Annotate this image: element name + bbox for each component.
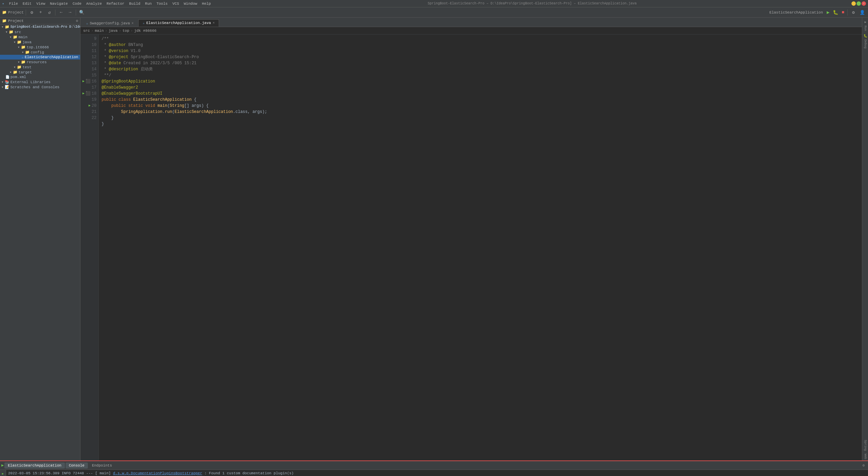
bc-part-top[interactable]: top (122, 29, 129, 33)
toolbar-btn-redo[interactable]: → (66, 9, 74, 16)
toolbar: 📁 Project ⚙ + ↺ ← → 🔍 ElasticSearchAppli… (0, 7, 868, 18)
menu-edit[interactable]: Edit (21, 1, 33, 6)
menu-build[interactable]: Build (127, 1, 142, 6)
folder-icon: 📁 (5, 25, 9, 29)
toolbar-btn-run[interactable]: ▶ (827, 9, 829, 15)
toolbar-sep-1 (26, 9, 26, 16)
tree-item-main[interactable]: ▾ 📁 main (0, 34, 80, 40)
right-icon-2[interactable]: 🐛 Debug (864, 32, 867, 50)
menu-view[interactable]: View (34, 1, 47, 6)
tree-item-resources[interactable]: ▾ 📁 resources (0, 60, 80, 65)
right-icon-4[interactable]: Web (864, 452, 867, 460)
menu-file[interactable]: File (7, 1, 20, 6)
code-content[interactable]: /** * @author BNTang * @version V1.0 * @… (99, 34, 862, 460)
tree-item-external[interactable]: ▾ 📚 External Libraries (0, 79, 80, 85)
toolbar-btn-profile[interactable]: 👤 (859, 9, 866, 16)
tab-console[interactable]: Console (66, 462, 88, 469)
menu-analyze[interactable]: Analyze (84, 1, 104, 6)
bc-part-src[interactable]: src (83, 29, 90, 33)
menu-navigate[interactable]: Navigate (48, 1, 70, 6)
tree-chevron-src: ▾ (5, 30, 8, 34)
menu-vcs[interactable]: VCS (170, 1, 181, 6)
console-output[interactable]: 2022-03-05 15:23:56.389 INFO 72448 --- [… (6, 470, 868, 476)
toolbar-sep-2 (55, 9, 55, 16)
breadcrumb: src › main › java › top › jdk #86666 (80, 27, 862, 34)
pkg-folder-icon: 📁 (21, 45, 26, 49)
tree-item-package[interactable]: ▾ 📁 top.it6666 (0, 45, 80, 50)
code-editor[interactable]: 9 10 11 12 13 14 15 ▶⬛16 17 ▶⬛18 19 ▶20 … (80, 34, 862, 460)
ln-12: 12 (82, 54, 96, 60)
toolbar-btn-debug[interactable]: 🐛 (833, 10, 838, 15)
toolbar-project-icon: 📁 (2, 10, 7, 15)
window-close[interactable]: × (862, 1, 866, 6)
project-header-label: Project (8, 19, 24, 23)
toolbar-btn-stop[interactable]: ■ (842, 10, 844, 15)
right-icon-1[interactable]: ▶ Run (864, 19, 867, 32)
java-folder-icon: 📁 (17, 40, 22, 44)
tree-chevron-ext: ▾ (1, 80, 4, 84)
menu-run[interactable]: Run (143, 1, 154, 6)
tree-chevron-scratch: ▾ (1, 85, 4, 89)
tree-item-src[interactable]: ▾ 📁 src (0, 29, 80, 34)
tree-pkg-label: top.it6666 (27, 45, 49, 49)
tree-chevron-test: ▾ (14, 65, 16, 69)
ln-20: ▶20 (82, 103, 96, 109)
console-run-btn[interactable]: ▶ (1, 471, 4, 476)
bc-part-sdk[interactable]: jdk #86666 (134, 29, 156, 33)
bottom-run-icon[interactable]: ▶ (1, 463, 4, 468)
window-maximize[interactable]: □ (857, 1, 861, 6)
ln-11: 11 (82, 48, 96, 54)
tab-swagger[interactable]: ☕ SwaggerConfig.java × (82, 20, 138, 27)
toolbar-project-label: Project (8, 10, 24, 15)
bottom-run-label[interactable]: ElasticSearchApplication (4, 462, 65, 469)
tree-scratches-label: Scratches and Consoles (10, 85, 59, 89)
src-folder-icon: 📁 (9, 30, 14, 34)
window-minimize[interactable]: − (851, 1, 856, 6)
menu-code[interactable]: Code (71, 1, 83, 6)
tree-main-class-label: ElasticSearchApplication (25, 55, 78, 59)
menu-help[interactable]: Help (200, 1, 213, 6)
tree-item-root[interactable]: ▾ 📁 SpringBoot-ElasticSearch-Pro D:\Idea… (0, 24, 80, 29)
bottom-panel-settings[interactable]: ⚙ (862, 463, 865, 468)
tree-src-label: src (15, 30, 21, 34)
menu-window[interactable]: Window (182, 1, 199, 6)
tree-item-test[interactable]: ▾ 📁 test (0, 65, 80, 70)
tab-swagger-close[interactable]: × (131, 22, 134, 25)
tree-item-java[interactable]: ▾ 📁 java (0, 40, 80, 45)
tab-elastic-close[interactable]: × (213, 21, 215, 25)
tab-endpoints[interactable]: Endpoints (89, 462, 115, 469)
toolbar-btn-settings2[interactable]: ⚙ (850, 9, 857, 16)
ln-16: ▶⬛16 (82, 78, 96, 85)
tree-item-pom[interactable]: 📄 pom.xml (0, 75, 80, 79)
test-folder-icon: 📁 (17, 65, 22, 69)
bc-part-main[interactable]: main (95, 29, 103, 33)
tree-config-label: config (31, 50, 44, 54)
run-config-label: ElasticSearchApplication (769, 10, 823, 15)
tree-item-config[interactable]: ▾ 📁 config (0, 50, 80, 55)
bc-sep-2: › (105, 29, 107, 33)
menu-tools[interactable]: Tools (154, 1, 170, 6)
project-settings-icon[interactable]: ⚙ (76, 19, 78, 23)
toolbar-btn-add[interactable]: + (37, 9, 44, 16)
ln-14: 14 (82, 66, 96, 72)
menu-refactor[interactable]: Refactor (104, 1, 126, 6)
tree-chevron-config: ▾ (22, 50, 24, 54)
title-text: SpringBoot-ElasticSearch-Pro – D:\IdeaPr… (428, 2, 636, 5)
toolbar-btn-sync[interactable]: ↺ (46, 9, 53, 16)
target-folder-icon: 📁 (13, 70, 18, 74)
tree-item-main-class[interactable]: ☕ ElasticSearchApplication (0, 55, 80, 60)
toolbar-btn-undo[interactable]: ← (57, 9, 65, 16)
toolbar-sep-3 (76, 9, 76, 16)
resources-folder-icon: 📁 (21, 60, 26, 64)
toolbar-btn-settings[interactable]: ⚙ (28, 9, 35, 16)
tree-item-scratches[interactable]: ▾ 📝 Scratches and Consoles (0, 85, 80, 90)
tab-elastic-label: ElasticSearchApplication.java (146, 21, 211, 25)
toolbar-btn-search[interactable]: 🔍 (78, 9, 86, 16)
bc-part-java[interactable]: java (108, 29, 117, 33)
tree-chevron-res: ▾ (18, 60, 20, 64)
tree-item-target[interactable]: ▾ 📁 target (0, 70, 80, 75)
tree-chevron-java: ▾ (14, 40, 16, 44)
right-icon-3[interactable]: Spring (864, 438, 867, 452)
tab-elastic[interactable]: ☕ ElasticSearchApplication.java × (138, 19, 219, 27)
bottom-tabs: ▶ ElasticSearchApplication Console Endpo… (0, 461, 868, 470)
